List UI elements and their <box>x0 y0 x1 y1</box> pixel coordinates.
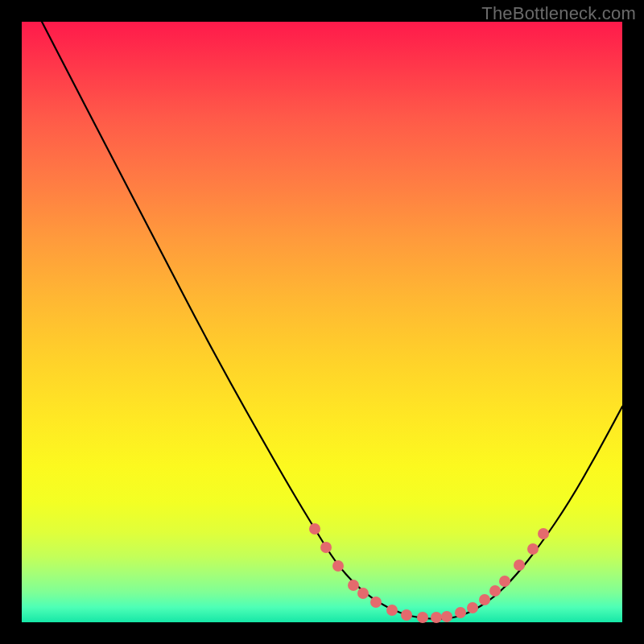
marker-dot <box>309 523 320 535</box>
marker-dot <box>499 576 510 587</box>
curve-svg <box>22 22 622 622</box>
marker-dot <box>417 612 428 623</box>
marker-dot <box>514 559 525 571</box>
marker-dot <box>479 594 490 605</box>
marker-dot <box>538 528 549 539</box>
marker-dot <box>386 605 398 616</box>
plot-area <box>22 22 622 622</box>
marker-dot <box>455 607 466 618</box>
marker-dot <box>489 585 501 597</box>
chart-frame: TheBottleneck.com <box>0 0 644 644</box>
marker-dot <box>348 580 359 591</box>
marker-dot <box>370 597 382 608</box>
marker-dot <box>527 543 539 555</box>
marker-dot <box>431 612 442 623</box>
marker-dot <box>467 602 478 613</box>
bottleneck-curve <box>42 22 622 619</box>
marker-dot <box>332 560 344 572</box>
marker-dot <box>401 609 412 621</box>
marker-dot <box>320 542 332 553</box>
marker-dot <box>441 611 452 622</box>
marker-dot <box>357 588 369 599</box>
